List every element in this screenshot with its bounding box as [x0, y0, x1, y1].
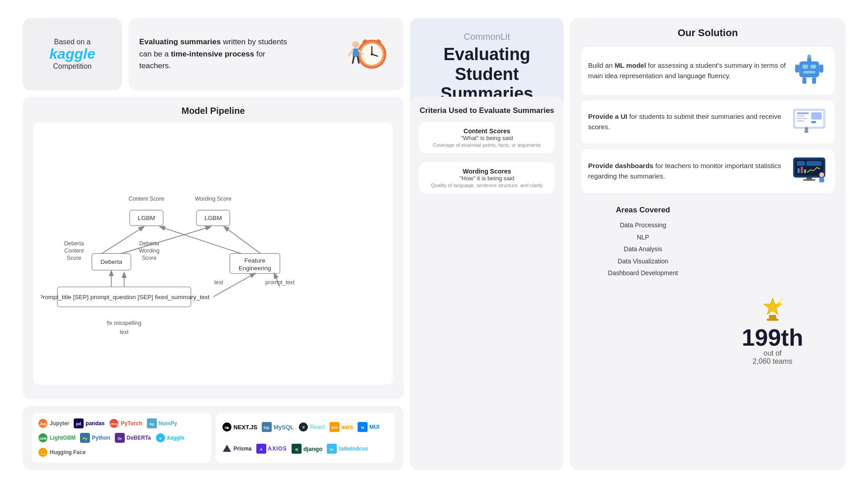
content-score-desc: Coverage of essential points, facts, or …: [425, 142, 548, 148]
svg-text:A: A: [260, 447, 263, 451]
svg-text:Np: Np: [149, 422, 154, 426]
tech-nextjs: N▶ NEXT.JS: [222, 422, 258, 432]
svg-text:LGBM: LGBM: [138, 215, 155, 221]
svg-text:prompt_text: prompt_text: [265, 279, 295, 286]
svg-text:Deberta: Deberta: [64, 240, 84, 247]
svg-text:Content: Content: [64, 248, 84, 254]
solution-text-2: Provide a UI for students to submit thei…: [588, 112, 786, 132]
trophy-card: 199th out of 2,060 teams: [711, 198, 835, 461]
clock-icon: [343, 29, 393, 79]
wording-score-subtitle: "How" it is being said: [425, 175, 548, 182]
svg-text:🤗: 🤗: [41, 450, 46, 455]
solution-text-1: Build an ML model for assessing a studen…: [588, 61, 786, 81]
solution-text-3: Provide dashboards for teachers to monit…: [588, 161, 786, 181]
svg-rect-30: [811, 112, 821, 119]
svg-text:N▶: N▶: [224, 426, 229, 429]
svg-point-49: [780, 298, 783, 300]
solution-icon-2: [791, 107, 827, 138]
svg-text:⚛: ⚛: [302, 425, 305, 430]
hero-title: Evaluating Student Summaries: [441, 45, 533, 104]
tech-half-left: Jup Jupyter pd pandas PyTorch PyTorch Np…: [32, 413, 211, 463]
wording-score-title: Wording Scores: [425, 168, 548, 175]
svg-line-10: [349, 51, 353, 56]
svg-rect-20: [795, 65, 799, 73]
svg-line-77: [102, 227, 143, 253]
svg-rect-9: [353, 48, 359, 57]
svg-line-12: [353, 57, 354, 63]
svg-rect-37: [807, 161, 822, 166]
tech-mui: M MUI: [358, 422, 379, 432]
svg-text:Deberta: Deberta: [100, 258, 123, 265]
svg-text:Score: Score: [142, 255, 156, 261]
based-on-text: Based on a: [54, 38, 91, 46]
area-data-viz: Data Visualization: [589, 255, 697, 267]
tech-tailwind: tw tailwindcss: [327, 444, 368, 454]
tech-aws: AWS aws: [330, 422, 353, 432]
svg-point-32: [805, 127, 808, 130]
rank-number: 199th: [742, 326, 803, 349]
svg-line-78: [121, 227, 210, 253]
svg-rect-15: [802, 65, 808, 69]
solution-item-1: Build an ML model for assessing a studen…: [581, 47, 835, 95]
pipeline-diagram: .node-box { fill: white; stroke: #aaa; s…: [41, 130, 386, 377]
svg-point-48: [778, 301, 781, 305]
svg-rect-39: [801, 167, 802, 173]
commonlit-label: CommonLit: [464, 32, 510, 42]
svg-text:pd: pd: [76, 422, 81, 426]
solution-item-2: Provide a UI for students to submit thei…: [581, 100, 835, 144]
kaggle-brand: kaggle: [49, 46, 95, 62]
rank-label-2: 2,060 teams: [753, 357, 793, 366]
svg-text:Jup: Jup: [39, 422, 47, 426]
evaluating-card: Evaluating summaries written by students…: [128, 18, 404, 90]
criteria-content-card: Content Scores "What" is being said Cove…: [419, 122, 555, 153]
criteria-card: Criteria Used to Evaluate Summaries Cont…: [410, 97, 564, 470]
pipeline-inner: .node-box { fill: white; stroke: #aaa; s…: [33, 122, 393, 385]
svg-rect-42: [803, 179, 816, 181]
area-data-analysis: Data Analysis: [589, 243, 697, 255]
svg-point-43: [819, 173, 824, 178]
svg-text:text: text: [120, 329, 129, 335]
tech-lightgbm: GBM LightGBM: [38, 433, 75, 443]
time-intensive-bold: time-intensive process: [171, 50, 254, 58]
svg-rect-26: [797, 112, 809, 114]
tech-pytorch: PyTorch PyTorch: [109, 418, 142, 428]
main-container: Based on a kaggle Competition Evaluating…: [23, 18, 845, 470]
svg-rect-44: [819, 178, 824, 183]
svg-text:De: De: [118, 437, 122, 440]
svg-text:GBM: GBM: [39, 437, 47, 440]
area-nlp: NLP: [589, 231, 697, 244]
svg-rect-40: [804, 169, 806, 173]
svg-rect-31: [811, 121, 816, 123]
svg-text:k: k: [160, 436, 162, 441]
solution-icon-3: [791, 155, 827, 187]
criteria-title: Criteria Used to Evaluate Summaries: [419, 106, 555, 116]
svg-rect-28: [797, 117, 807, 119]
svg-point-8: [352, 41, 359, 48]
tech-python: Py Python: [80, 433, 110, 443]
tech-jupyter: Jup Jupyter: [38, 418, 69, 428]
svg-marker-45: [764, 298, 782, 314]
svg-rect-21: [819, 65, 823, 73]
content-score-subtitle: "What" is being said: [425, 135, 548, 141]
svg-text:LGBM: LGBM: [204, 215, 222, 221]
svg-text:Py: Py: [83, 436, 87, 441]
svg-rect-38: [797, 169, 799, 174]
solution-item-3: Provide dashboards for teachers to monit…: [581, 149, 835, 193]
area-data-processing: Data Processing: [589, 219, 697, 231]
svg-rect-33: [804, 130, 808, 132]
trophy-icon: [757, 294, 788, 326]
wording-score-desc: Quality of language, sentence structure,…: [425, 183, 548, 188]
svg-rect-29: [797, 120, 804, 122]
areas-title: Areas Covered: [589, 206, 697, 215]
pipeline-card: Model Pipeline .node-box { fill: white; …: [23, 97, 404, 399]
tech-numpy: Np NumPy: [147, 418, 177, 428]
tech-django: dj django: [292, 444, 323, 454]
svg-text:tw: tw: [330, 448, 334, 451]
area-dashboard: Dashboard Development: [589, 267, 697, 279]
svg-rect-46: [769, 315, 776, 319]
svg-rect-36: [797, 161, 805, 166]
svg-text:SQL: SQL: [264, 426, 270, 430]
tech-huggingface: 🤗 Hugging Face: [38, 447, 85, 457]
svg-text:dj: dj: [295, 448, 298, 451]
svg-text:Feature: Feature: [245, 257, 266, 264]
